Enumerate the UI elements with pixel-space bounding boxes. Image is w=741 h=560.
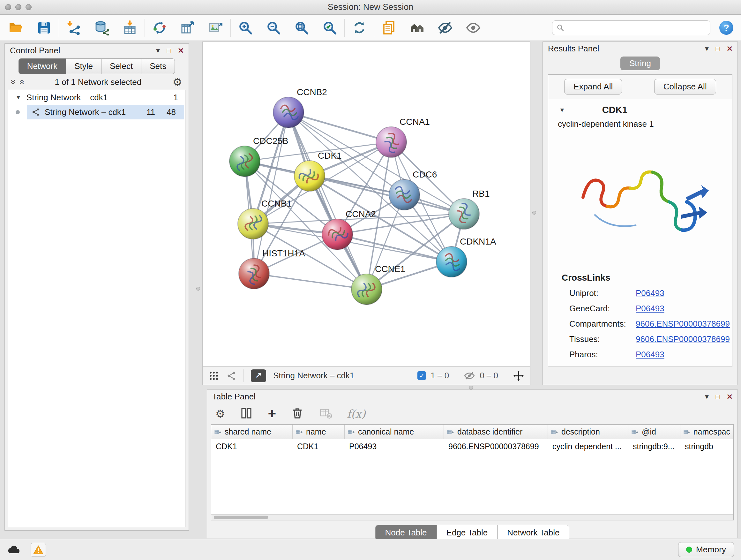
refresh-icon[interactable] — [351, 19, 367, 36]
network-node-CDKN1A[interactable] — [436, 246, 467, 277]
open-external-icon: ↗ — [255, 371, 262, 381]
network-from-selection-icon[interactable] — [151, 19, 168, 36]
minimize-window-icon[interactable] — [15, 4, 21, 10]
column-header[interactable]: canonical name — [345, 425, 444, 439]
tab-node-table[interactable]: Node Table — [376, 525, 437, 540]
results-tab-string[interactable]: String — [620, 57, 660, 70]
expand-all-button[interactable]: Expand All — [564, 79, 622, 95]
tab-edge-table[interactable]: Edge Table — [437, 525, 498, 540]
node-label-CCNB2: CCNB2 — [297, 87, 327, 97]
column-header[interactable]: namespac — [680, 425, 733, 439]
zoom-selected-icon[interactable] — [321, 19, 338, 36]
main-toolbar: ? — [0, 15, 741, 41]
network-node-CCNA1[interactable] — [376, 127, 407, 158]
network-node-CDC25B[interactable] — [229, 146, 260, 177]
table-horizontal-scrollbar[interactable] — [211, 514, 733, 520]
expand-all-icon[interactable]: » — [16, 79, 26, 85]
node-table: shared name name canonical name database… — [211, 424, 734, 520]
column-header[interactable]: @id — [628, 425, 680, 439]
network-row-selected[interactable]: String Network – cdk1 11 48 — [8, 105, 185, 119]
network-node-CCNA2[interactable] — [322, 219, 353, 250]
import-table-icon[interactable] — [122, 19, 138, 36]
save-session-icon[interactable] — [36, 19, 52, 36]
table-collapse-icon[interactable]: ▾ — [705, 393, 709, 400]
show-columns-icon[interactable] — [240, 407, 253, 421]
tab-network[interactable]: Network — [18, 58, 66, 74]
gene-section-expander-icon[interactable]: ▼ — [559, 107, 565, 114]
network-selection-status: 1 of 1 Network selected — [23, 77, 172, 87]
collapse-all-button[interactable]: Collapse All — [654, 79, 716, 95]
export-image-icon[interactable] — [207, 19, 224, 36]
import-network-database-icon[interactable] — [93, 19, 110, 36]
search-input[interactable] — [567, 23, 706, 33]
warnings-button[interactable] — [30, 543, 46, 557]
open-view-external-button[interactable]: ↗ — [251, 369, 266, 382]
tab-network-table[interactable]: Network Table — [497, 525, 569, 540]
delete-column-icon[interactable] — [291, 407, 304, 421]
zoom-fit-icon[interactable] — [293, 19, 310, 36]
network-graph[interactable]: CCNB2CCNA1CDC25BCDK1CDC6RB1CCNB1CCNA2CDK… — [203, 42, 530, 366]
right-splitter-handle[interactable] — [532, 211, 536, 214]
memory-button[interactable]: Memory — [678, 542, 734, 557]
network-collection-row[interactable]: ▼ String Network – cdk1 1 — [8, 90, 185, 105]
maximize-window-icon[interactable] — [25, 4, 31, 10]
hide-eye-icon[interactable] — [437, 19, 454, 36]
crosslink-genecard-link[interactable]: P06493 — [636, 304, 664, 314]
zoom-out-icon[interactable] — [265, 19, 282, 36]
crosslink-label: Uniprot: — [562, 288, 636, 298]
table-row[interactable]: CDK1 CDK1 P06493 9606.ENSP00000378699 cy… — [211, 439, 733, 454]
tree-expander-icon[interactable]: ▼ — [15, 94, 21, 101]
open-session-icon[interactable] — [8, 19, 24, 36]
network-node-HIST1H1A[interactable] — [239, 258, 269, 289]
column-header[interactable]: database identifier — [444, 425, 548, 439]
network-node-CCNB1[interactable] — [238, 208, 268, 239]
network-analyzer-houses-icon[interactable] — [409, 19, 425, 36]
panel-close-icon[interactable]: × — [178, 46, 184, 55]
tab-style[interactable]: Style — [66, 58, 102, 74]
help-button[interactable]: ? — [719, 21, 733, 35]
panel-collapse-icon[interactable]: ▾ — [156, 47, 160, 54]
duplicate-documents-icon[interactable] — [381, 19, 397, 36]
collection-count: 1 — [174, 92, 178, 103]
cloud-icon[interactable] — [7, 545, 21, 555]
results-collapse-icon[interactable]: ▾ — [705, 45, 709, 52]
search-box[interactable] — [552, 20, 711, 35]
import-network-file-icon[interactable] — [65, 19, 82, 36]
network-view-share-icon[interactable] — [226, 371, 237, 381]
table-settings-gear-icon[interactable]: ⚙ — [215, 408, 225, 419]
left-splitter-handle[interactable] — [196, 287, 200, 291]
column-header[interactable]: name — [293, 425, 345, 439]
scrollbar-thumb[interactable] — [214, 516, 268, 519]
add-column-icon[interactable]: + — [268, 407, 276, 421]
network-node-RB1[interactable] — [449, 199, 479, 229]
results-close-icon[interactable]: × — [727, 44, 732, 53]
crosslink-pharos-link[interactable]: P06493 — [636, 350, 664, 360]
crosslink-compartments-link[interactable]: 9606.ENSP00000378699 — [636, 319, 730, 329]
tab-sets[interactable]: Sets — [141, 58, 175, 74]
selected-checkbox-icon[interactable]: ✓ — [417, 371, 426, 380]
crosslink-uniprot-link[interactable]: P06493 — [636, 288, 664, 298]
export-table-icon[interactable] — [179, 19, 196, 36]
zoom-in-icon[interactable] — [237, 19, 254, 36]
network-node-CDK1[interactable] — [294, 161, 325, 191]
grid-view-icon[interactable] — [208, 370, 219, 381]
protein-structure-image — [548, 140, 732, 255]
results-float-icon[interactable]: □ — [716, 45, 720, 52]
network-canvas[interactable]: CCNB2CCNA1CDC25BCDK1CDC6RB1CCNB1CCNA2CDK… — [202, 42, 530, 367]
table-close-icon[interactable]: × — [727, 392, 732, 401]
column-header[interactable]: shared name — [211, 425, 293, 439]
panel-float-icon[interactable]: □ — [167, 47, 171, 54]
node-label-HIST1H1A: HIST1H1A — [262, 248, 305, 258]
network-options-gear-icon[interactable]: ⚙ — [173, 77, 182, 87]
network-node-CCNE1[interactable] — [351, 274, 382, 305]
table-float-icon[interactable]: □ — [716, 393, 720, 400]
pan-move-icon[interactable] — [513, 370, 524, 381]
tab-select[interactable]: Select — [102, 58, 141, 74]
close-window-icon[interactable] — [5, 4, 11, 10]
network-node-CCNB2[interactable] — [273, 97, 304, 128]
bottom-splitter-handle[interactable] — [469, 386, 473, 389]
network-node-CDC6[interactable] — [389, 179, 420, 210]
crosslink-tissues-link[interactable]: 9606.ENSP00000378699 — [636, 334, 730, 344]
show-eye-icon[interactable] — [465, 19, 482, 36]
column-header[interactable]: description — [548, 425, 628, 439]
